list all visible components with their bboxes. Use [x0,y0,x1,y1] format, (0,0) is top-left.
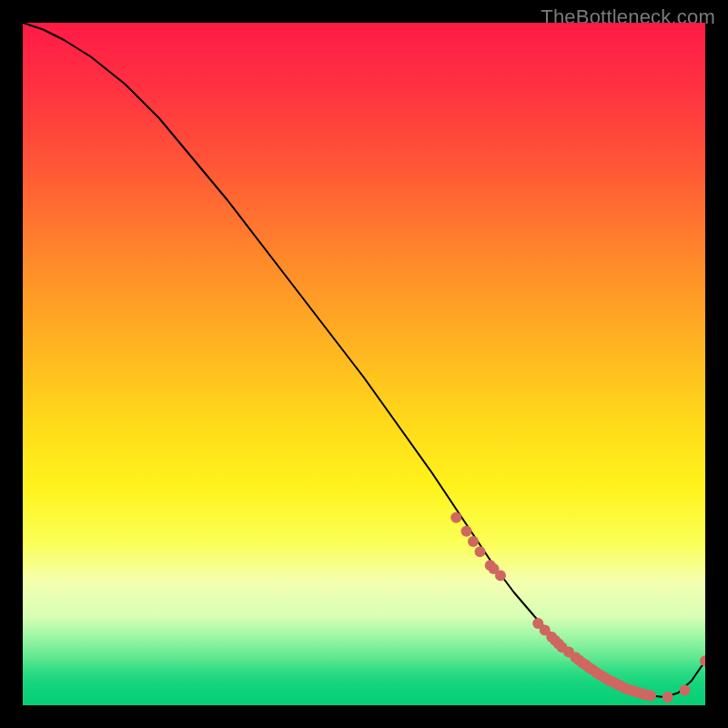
marker-group [450,512,705,703]
plot-area [23,23,705,705]
chart-frame: TheBottleneck.com [0,0,728,728]
marker-dot [495,571,506,581]
marker-dot [680,685,691,696]
marker-dot [468,536,479,547]
marker-dot [461,526,472,537]
marker-dot [475,546,486,557]
chart-overlay [23,23,705,705]
marker-dot [450,512,461,523]
marker-dot [700,655,705,666]
marker-dot [645,691,656,702]
marker-dot [662,692,673,703]
curve-line [23,23,705,697]
